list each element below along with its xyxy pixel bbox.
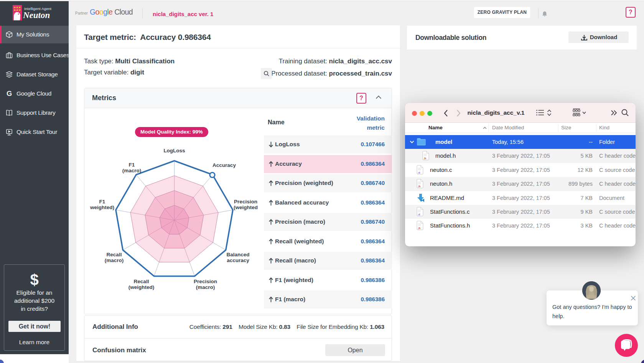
svg-text:Precision: Precision — [194, 279, 217, 284]
svg-text:(weighted: (weighted — [234, 205, 258, 210]
svg-text:(macro): (macro) — [105, 257, 124, 263]
svg-text:.h: .h — [418, 226, 420, 230]
svg-text:Recall: Recall — [134, 279, 149, 284]
svg-text:(macro): (macro) — [196, 284, 215, 290]
svg-text:.c: .c — [418, 213, 420, 216]
svg-text:LogLoss: LogLoss — [163, 148, 185, 153]
svg-text:Recall: Recall — [107, 252, 122, 257]
svg-text:.h: .h — [418, 185, 420, 188]
svg-text:(weighted): (weighted) — [128, 284, 155, 290]
svg-text:Precision: Precision — [234, 199, 257, 205]
svg-text:F1: F1 — [99, 199, 105, 205]
svg-text:(macro): (macro) — [122, 168, 142, 173]
svg-text:.h: .h — [423, 157, 426, 160]
svg-text:accuracy: accuracy — [227, 257, 249, 263]
svg-text:Balanced: Balanced — [226, 252, 249, 257]
svg-text:weighted): weighted) — [90, 205, 114, 210]
svg-text:.c: .c — [418, 171, 420, 174]
svg-text:F1: F1 — [129, 162, 135, 168]
svg-text:G: G — [7, 90, 12, 97]
svg-text:Accuracy: Accuracy — [212, 162, 236, 168]
